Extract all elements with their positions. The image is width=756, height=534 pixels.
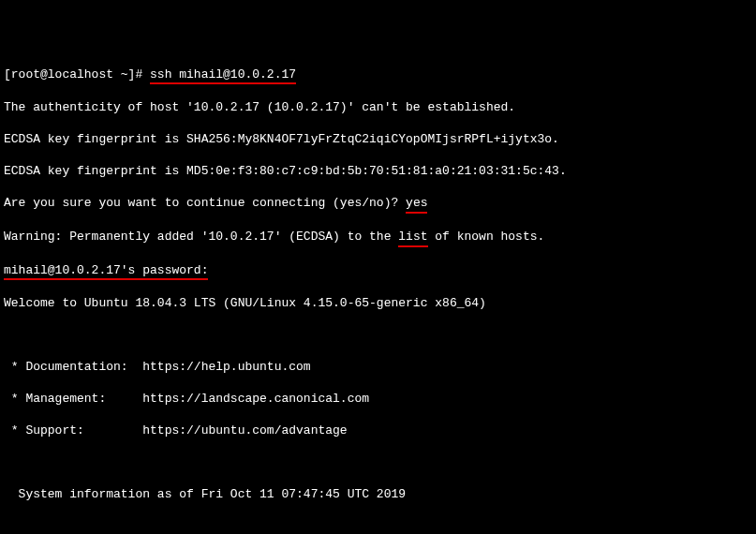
terminal-line-3: ECDSA key fingerprint is SHA256:My8KN4OF…: [4, 132, 752, 148]
terminal-line-9: [4, 328, 752, 344]
terminal-line-11: * Management: https://landscape.canonica…: [4, 392, 752, 408]
terminal-line-1: [root@localhost ~]# ssh mihail@10.0.2.17: [4, 67, 752, 85]
ssh-command: ssh mihail@10.0.2.17: [150, 67, 296, 85]
terminal-line-4: ECDSA key fingerprint is MD5:0e:f3:80:c7…: [4, 164, 752, 180]
terminal-line-8: Welcome to Ubuntu 18.04.3 LTS (GNU/Linux…: [4, 296, 752, 312]
shell-prompt[interactable]: [root@localhost ~]#: [4, 67, 150, 82]
confirm-prompt: Are you sure you want to continue connec…: [4, 196, 406, 210]
terminal-line-12: * Support: https://ubuntu.com/advantage: [4, 423, 752, 439]
terminal-line-13: [4, 455, 752, 471]
terminal-line-5: Are you sure you want to continue connec…: [4, 196, 752, 214]
terminal-line-6: Warning: Permanently added '10.0.2.17' (…: [4, 230, 752, 247]
terminal-line-7: mihail@10.0.2.17's password:: [4, 263, 752, 281]
terminal-line-2: The authenticity of host '10.0.2.17 (10.…: [4, 100, 752, 116]
terminal-line-14: System information as of Fri Oct 11 07:4…: [4, 487, 752, 503]
confirm-yes: yes: [406, 196, 427, 214]
terminal-line-10: * Documentation: https://help.ubuntu.com: [4, 360, 752, 376]
password-prompt: mihail@10.0.2.17's password:: [4, 263, 208, 281]
terminal-line-15: [4, 519, 752, 534]
